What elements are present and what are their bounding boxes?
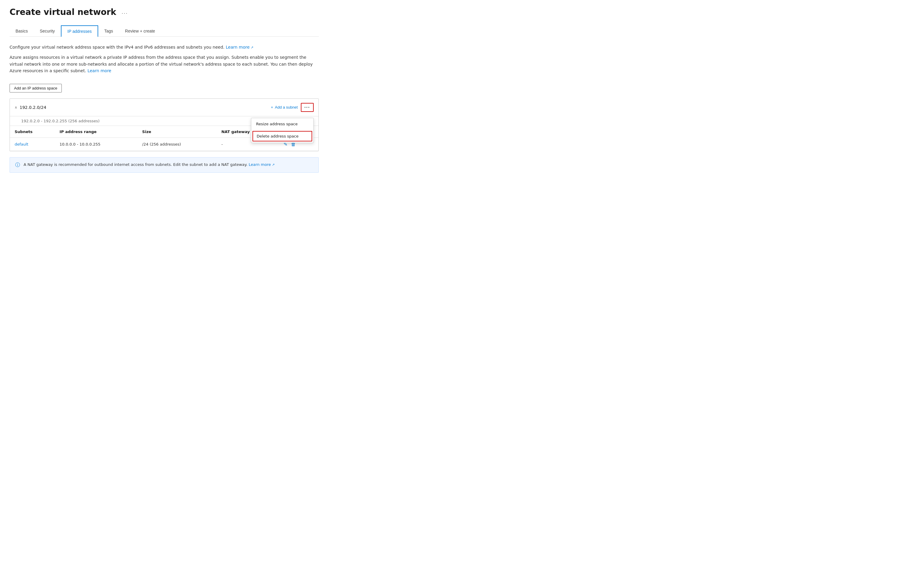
subnet-name-cell: default (10, 138, 55, 151)
col-subnets: Subnets (10, 126, 55, 138)
page-title-row: Create virtual network ... (10, 7, 319, 17)
tab-bar: Basics Security IP addresses Tags Review… (10, 25, 319, 37)
address-space-block: ∧ 192.0.2.0/24 + Add a subnet ··· Resize… (10, 99, 319, 151)
tab-review-create[interactable]: Review + create (119, 25, 161, 36)
info-icon: ⓘ (15, 162, 20, 168)
address-space-cidr: 192.0.2.0/24 (20, 105, 271, 110)
add-subnet-button[interactable]: + Add a subnet (271, 105, 297, 109)
chevron-up-icon: ∧ (15, 105, 17, 109)
nat-info-text: A NAT gateway is recommended for outboun… (23, 162, 275, 168)
description-2: Azure assigns resources in a virtual net… (10, 54, 319, 74)
delete-address-space-item[interactable]: Delete address space (252, 131, 312, 142)
add-ip-address-space-button[interactable]: Add an IP address space (10, 84, 62, 92)
tab-security[interactable]: Security (34, 25, 61, 36)
add-subnet-label: Add a subnet (275, 105, 298, 109)
learn-more-link-2[interactable]: Learn more (87, 68, 111, 73)
subnet-size-cell: /24 (256 addresses) (137, 138, 216, 151)
tab-tags[interactable]: Tags (98, 25, 119, 36)
col-ip-range: IP address range (55, 126, 138, 138)
nat-learn-more-link[interactable]: Learn more (249, 162, 275, 167)
page-options-button[interactable]: ... (120, 8, 130, 16)
tab-basics[interactable]: Basics (10, 25, 34, 36)
resize-address-space-item[interactable]: Resize address space (251, 118, 314, 130)
more-options-container: ··· Resize address space Delete address … (301, 103, 314, 112)
more-options-button[interactable]: ··· (301, 103, 314, 112)
col-size: Size (137, 126, 216, 138)
page-title: Create virtual network (10, 7, 116, 17)
description-1: Configure your virtual network address s… (10, 44, 319, 50)
subnet-name-link[interactable]: default (15, 142, 28, 147)
subnet-ip-range-cell: 10.0.0.0 - 10.0.0.255 (55, 138, 138, 151)
nat-gateway-info-box: ⓘ A NAT gateway is recommended for outbo… (10, 157, 319, 173)
context-menu: Resize address space Delete address spac… (251, 118, 314, 143)
address-space-header: ∧ 192.0.2.0/24 + Add a subnet ··· Resize… (10, 99, 318, 116)
plus-icon: + (271, 105, 273, 109)
tab-ip-addresses[interactable]: IP addresses (61, 25, 98, 37)
learn-more-link-1[interactable]: Learn more (226, 45, 254, 49)
